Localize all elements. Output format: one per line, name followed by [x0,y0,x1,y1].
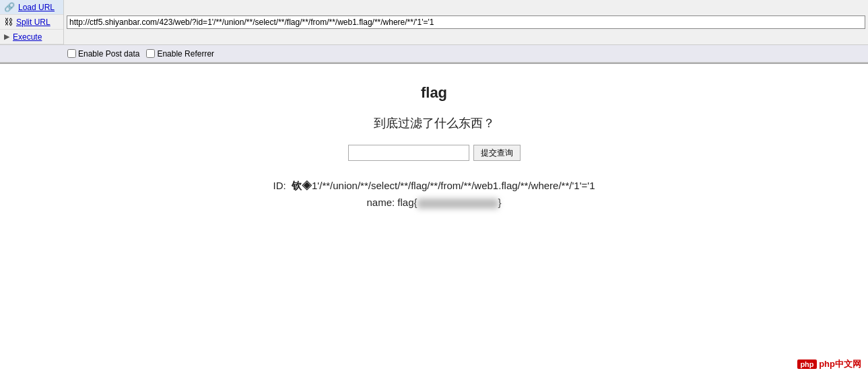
toolbar-options: Enable Post data Enable Referrer [0,45,868,63]
enable-post-text: Enable Post data [78,49,139,59]
load-url-label[interactable]: Load URL [18,3,55,12]
result-name: name: flag{ } [13,197,855,209]
enable-post-label[interactable]: Enable Post data [67,49,139,59]
enable-post-checkbox[interactable] [67,49,76,58]
url-input[interactable] [67,15,865,29]
enable-referrer-text: Enable Referrer [157,49,214,59]
result-id-prefix: ID: 钦◈1'/**/union/**/select/**/flag/**/f… [273,180,595,191]
watermark-icon: php [797,359,816,369]
sidebar-buttons: 🔗 Load URL ⛓ Split URL ▶ Execute [0,0,64,44]
main-content: flag 到底过滤了什么东西？ 提交查询 ID: 钦◈1'/**/union/*… [0,64,868,377]
search-row: 提交查询 [13,145,855,161]
split-url-icon: ⛓ [4,17,13,27]
enable-referrer-label[interactable]: Enable Referrer [146,49,214,59]
result-name-text: name: flag{ } [366,197,501,208]
execute-button[interactable]: ▶ Execute [0,30,63,44]
execute-icon: ▶ [4,32,9,41]
result-id: ID: 钦◈1'/**/union/**/select/**/flag/**/f… [13,180,855,193]
load-url-icon: 🔗 [4,2,15,12]
url-bar [64,0,868,44]
flag-blurred [418,199,498,209]
subtitle: 到底过滤了什么东西？ [13,115,855,131]
enable-referrer-checkbox[interactable] [146,49,155,58]
watermark: php php中文网 [797,358,861,370]
search-button[interactable]: 提交查询 [473,145,521,161]
page-title: flag [13,84,855,102]
search-input[interactable] [348,145,469,161]
watermark-text: php中文网 [819,359,861,369]
load-url-button[interactable]: 🔗 Load URL [0,0,63,15]
split-url-label[interactable]: Split URL [16,18,51,27]
split-url-button[interactable]: ⛓ Split URL [0,15,63,30]
execute-label[interactable]: Execute [13,32,42,42]
